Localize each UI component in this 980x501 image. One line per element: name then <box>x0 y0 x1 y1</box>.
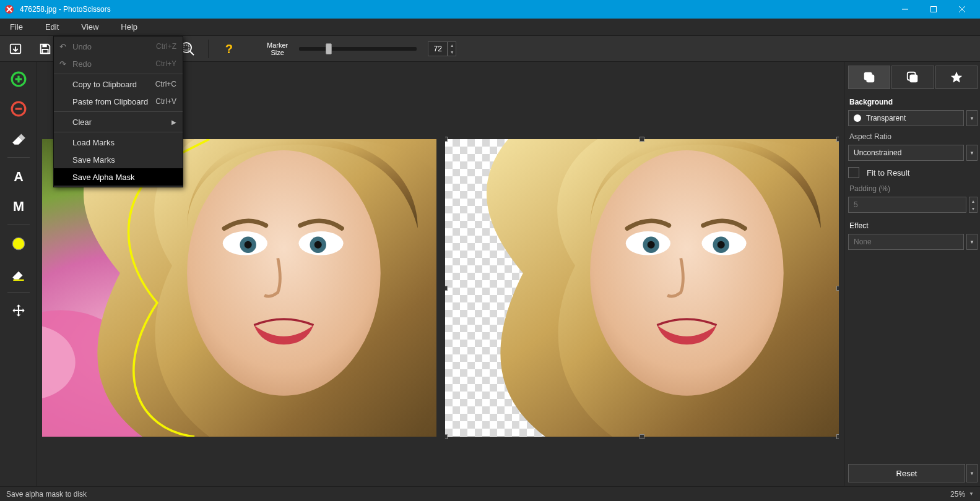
tool-separator <box>7 225 30 225</box>
menu-view[interactable]: View <box>76 19 116 36</box>
statusbar: Save alpha mask to disk 25% ▼ <box>0 486 980 501</box>
fit-to-result-label: Fit to Result <box>867 168 909 178</box>
effect-select[interactable]: None <box>848 234 964 250</box>
crop-handle[interactable] <box>640 137 644 142</box>
maximize-button[interactable] <box>919 0 948 19</box>
redo-icon: ↷ <box>58 59 67 69</box>
highlight-tool[interactable] <box>6 231 31 256</box>
menu-edit[interactable]: Edit <box>40 19 76 36</box>
reset-button[interactable]: Reset <box>848 464 965 482</box>
menu-help[interactable]: Help <box>116 19 155 36</box>
svg-point-39 <box>647 241 654 249</box>
menu-save-marks[interactable]: Save Marks <box>54 151 183 168</box>
svg-point-27 <box>187 150 381 396</box>
padding-label: Padding (%) <box>849 184 976 193</box>
marker-size-stepper[interactable]: ▲▼ <box>448 41 456 56</box>
effect-label: Effect <box>849 221 976 230</box>
svg-rect-23 <box>13 280 24 281</box>
open-button[interactable] <box>6 40 25 58</box>
menu-paste-clipboard[interactable]: Paste from Clipboard Ctrl+V <box>54 93 183 110</box>
background-marker-tool[interactable] <box>6 96 31 121</box>
mask-tool[interactable]: M <box>6 194 31 218</box>
menu-separator <box>54 132 183 132</box>
svg-text:M: M <box>12 199 24 214</box>
status-message: Save alpha mask to disk <box>6 490 87 499</box>
background-dropdown-button[interactable]: ▼ <box>966 110 978 126</box>
svg-point-22 <box>12 238 25 250</box>
right-panel: Background Transparent ▼ Aspect Ratio Un… <box>844 62 980 486</box>
menu-save-alpha-mask[interactable]: Save Alpha Mask <box>54 168 183 186</box>
chevron-right-icon: ▶ <box>171 119 176 126</box>
right-panel-tabs <box>848 66 978 89</box>
text-tool[interactable]: A <box>6 164 31 189</box>
tool-separator <box>7 157 30 158</box>
effect-dropdown-button[interactable]: ▼ <box>966 234 978 250</box>
slider-thumb[interactable] <box>326 43 332 54</box>
menu-load-marks[interactable]: Load Marks <box>54 134 183 151</box>
svg-rect-13 <box>184 45 189 50</box>
aspect-ratio-select[interactable]: Unconstrained <box>848 145 964 161</box>
close-button[interactable] <box>948 0 976 19</box>
menu-file[interactable]: File <box>5 19 40 36</box>
svg-line-12 <box>190 51 194 55</box>
save-button[interactable] <box>36 40 54 58</box>
titlebar: 476258.jpg - PhotoScissors <box>0 0 980 19</box>
menu-separator <box>54 74 183 74</box>
svg-point-34 <box>590 150 784 396</box>
svg-point-33 <box>314 241 322 249</box>
app-icon <box>4 4 15 15</box>
result-canvas[interactable] <box>445 62 839 486</box>
zoom-indicator[interactable]: 25% ▼ <box>950 490 974 499</box>
transparent-icon <box>854 114 861 122</box>
background-select[interactable]: Transparent <box>848 110 964 126</box>
crop-handle[interactable] <box>445 434 448 439</box>
svg-text:?: ? <box>225 42 233 56</box>
svg-rect-42 <box>867 74 875 82</box>
foreground-marker-tool[interactable] <box>6 67 31 92</box>
help-button[interactable]: ? <box>220 40 238 58</box>
tab-foreground[interactable] <box>891 66 934 89</box>
reset-dropdown-button[interactable]: ▼ <box>966 464 978 482</box>
menu-redo[interactable]: ↷ Redo Ctrl+Y <box>54 55 183 72</box>
padding-stepper[interactable]: ▲▼ <box>969 197 978 213</box>
tab-favorites[interactable] <box>935 66 978 89</box>
edit-menu-dropdown: ↶ Undo Ctrl+Z ↷ Redo Ctrl+Y Copy to Clip… <box>53 36 183 187</box>
window-title: 476258.jpg - PhotoScissors <box>20 5 891 14</box>
svg-point-40 <box>717 241 724 249</box>
eraser-tool[interactable] <box>6 126 31 151</box>
padding-input[interactable]: 5 <box>848 197 966 213</box>
crop-handle[interactable] <box>640 434 644 439</box>
crop-handle[interactable] <box>445 137 448 142</box>
menu-undo[interactable]: ↶ Undo Ctrl+Z <box>54 38 183 55</box>
svg-rect-44 <box>910 74 918 82</box>
crop-handle[interactable] <box>836 434 839 439</box>
aspect-ratio-dropdown-button[interactable]: ▼ <box>966 145 978 161</box>
svg-rect-2 <box>931 7 937 12</box>
crop-handle[interactable] <box>445 286 448 291</box>
undo-icon: ↶ <box>58 41 67 51</box>
marker-size-slider[interactable] <box>299 47 417 51</box>
menubar: File Edit View Help <box>0 19 980 36</box>
crop-handle[interactable] <box>836 137 839 142</box>
tool-separator <box>7 292 30 293</box>
toolbar-separator <box>208 40 209 58</box>
svg-rect-6 <box>42 44 46 47</box>
move-tool[interactable] <box>6 299 31 323</box>
background-label: Background <box>849 98 976 106</box>
menu-separator <box>54 111 183 112</box>
crop-handle[interactable] <box>836 286 839 291</box>
svg-rect-7 <box>42 49 48 53</box>
left-tool-panel: A M <box>0 62 37 486</box>
marker-size-input[interactable]: 72 <box>428 41 448 56</box>
fit-to-result-checkbox[interactable] <box>848 167 859 178</box>
marker-size-label: Marker Size <box>267 41 288 56</box>
tab-background[interactable] <box>848 66 890 89</box>
minimize-button[interactable] <box>891 0 919 19</box>
menu-copy-clipboard[interactable]: Copy to Clipboard Ctrl+C <box>54 75 183 93</box>
svg-text:A: A <box>14 169 24 184</box>
svg-point-32 <box>245 241 252 249</box>
zoom-dropdown-icon: ▼ <box>969 491 974 497</box>
menu-clear[interactable]: Clear ▶ <box>54 113 183 131</box>
aspect-ratio-label: Aspect Ratio <box>849 132 976 141</box>
highlight-eraser-tool[interactable] <box>6 261 31 286</box>
